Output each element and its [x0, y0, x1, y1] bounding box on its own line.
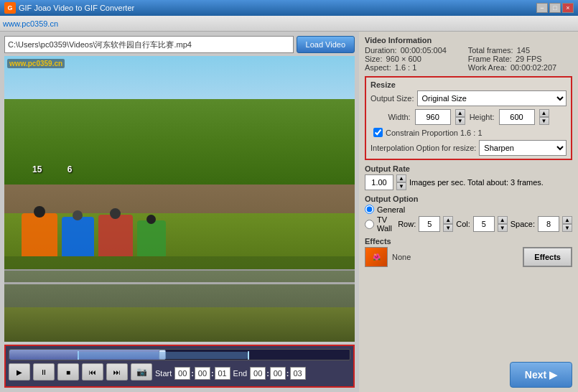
total-frames-label: Total frames:	[468, 46, 513, 55]
rate-down-btn[interactable]: ▼	[396, 182, 406, 190]
col-label: Col:	[456, 220, 470, 228]
start-label: Start	[155, 369, 172, 378]
rate-spinners: ▲ ▼	[396, 174, 406, 190]
maximize-button[interactable]: □	[549, 3, 561, 13]
width-spinners: ▲ ▼	[455, 109, 465, 125]
end-time-field: : :	[250, 367, 305, 380]
general-radio-row: General	[365, 205, 572, 214]
video-info-title: Video Information	[365, 36, 572, 45]
output-rate-title: Output Rate	[365, 164, 572, 173]
tvwall-label: TV Wall	[377, 215, 395, 233]
output-size-row: Output Size: Original Size	[370, 90, 567, 106]
col-down-btn[interactable]: ▼	[498, 224, 508, 232]
time-row: Start : : End : :	[155, 367, 306, 380]
size-label: Size:	[365, 55, 382, 63]
effects-button[interactable]: Effects	[523, 247, 572, 267]
row-label: Row:	[398, 220, 416, 228]
rate-up-btn[interactable]: ▲	[396, 174, 406, 182]
space-up-btn[interactable]: ▲	[562, 216, 572, 224]
end-min[interactable]	[270, 367, 286, 380]
end-label: End	[233, 369, 248, 378]
start-sec[interactable]	[215, 367, 230, 380]
play-button[interactable]: ▶	[9, 363, 30, 381]
height-up-btn[interactable]: ▲	[539, 109, 549, 117]
rate-row: ▲ ▼ Images per sec. Total about: 3 frame…	[365, 174, 572, 190]
file-path-input[interactable]	[4, 36, 294, 53]
aspect-row: Aspect: 1.6 : 1	[365, 63, 462, 72]
left-panel: Load Video	[0, 32, 359, 392]
size-value: 960 × 600	[386, 55, 421, 63]
next-btn-area: Next ▶	[365, 362, 572, 388]
interpolation-label: Interpolation Option for resize:	[370, 144, 476, 152]
general-radio[interactable]	[365, 205, 374, 214]
interpolation-select[interactable]: Sharpen	[479, 140, 567, 156]
effects-thumbnail: 🌺	[365, 247, 388, 267]
height-down-btn[interactable]: ▼	[539, 117, 549, 125]
constrain-label: Constrain Proportion 1.6 : 1	[386, 129, 483, 137]
start-min[interactable]	[195, 367, 210, 380]
next-button[interactable]: ⏭	[106, 363, 128, 381]
tvwall-row: TV Wall Row: ▲ ▼ Col: ▲ ▼ Space: ▲ ▼	[365, 215, 572, 233]
window-controls: − □ ×	[536, 3, 574, 13]
start-hour[interactable]	[174, 367, 190, 380]
width-label: Width:	[388, 113, 410, 121]
aspect-value: 1.6 : 1	[395, 63, 417, 72]
controls-area: ▶ ⏸ ■ ⏮ ⏭ 📷 Start : :	[4, 345, 355, 388]
width-input[interactable]	[415, 109, 451, 125]
height-input[interactable]	[499, 109, 535, 125]
effects-none-label: None	[392, 253, 518, 261]
effects-section: 🌺 None Effects	[365, 247, 572, 267]
end-hour[interactable]	[250, 367, 266, 380]
duration-value: 00:00:05:004	[401, 46, 447, 55]
camera-button[interactable]: 📷	[131, 363, 152, 381]
constrain-checkbox[interactable]	[373, 128, 383, 137]
minimize-button[interactable]: −	[536, 3, 548, 13]
effects-title: Effects	[365, 237, 572, 246]
total-frames-row: Total frames: 145	[468, 46, 572, 55]
width-down-btn[interactable]: ▼	[455, 117, 465, 125]
row-input[interactable]	[419, 216, 440, 232]
load-video-button[interactable]: Load Video	[297, 36, 355, 53]
work-area-row: Work Area: 00:00:02:207	[468, 63, 572, 72]
total-frames-value: 145	[517, 46, 530, 55]
duration-row: Duration: 00:00:05:004	[365, 46, 462, 55]
width-up-btn[interactable]: ▲	[455, 109, 465, 117]
file-row: Load Video	[4, 36, 355, 53]
next-button[interactable]: Next ▶	[510, 362, 572, 388]
pause-button[interactable]: ⏸	[33, 363, 55, 381]
frame-rate-label: Frame Rate:	[468, 55, 512, 63]
rate-desc: Images per sec. Total about: 3 frames.	[409, 178, 544, 187]
output-option-title: Output Option	[365, 195, 572, 203]
start-time-field: : :	[174, 367, 230, 380]
app-icon: G	[4, 2, 16, 14]
col-up-btn[interactable]: ▲	[498, 216, 508, 224]
title-bar: G GIF Joao Video to GIF Converter − □ ×	[0, 0, 578, 16]
general-label: General	[377, 205, 405, 214]
col-input[interactable]	[473, 216, 495, 232]
stop-button[interactable]: ■	[57, 363, 79, 381]
height-label: Height:	[470, 113, 495, 121]
prev-button[interactable]: ⏮	[82, 363, 103, 381]
end-sec[interactable]	[290, 367, 306, 380]
frame-rate-row: Frame Rate: 29 FPS	[468, 55, 572, 63]
row-up-btn[interactable]: ▲	[443, 216, 453, 224]
row-down-btn[interactable]: ▼	[443, 224, 453, 232]
space-input[interactable]	[538, 216, 559, 232]
output-size-select[interactable]: Original Size	[417, 90, 567, 106]
right-panel: Video Information Duration: 00:00:05:004…	[359, 32, 578, 392]
playback-buttons: ▶ ⏸ ■ ⏮ ⏭ 📷	[9, 363, 152, 381]
output-option-section: Output Option General TV Wall Row: ▲ ▼ C…	[365, 195, 572, 233]
brand-text: www.pc0359.cn	[3, 19, 58, 28]
dimensions-row: Width: ▲ ▼ Height: ▲ ▼	[370, 109, 567, 125]
interpolation-row: Interpolation Option for resize: Sharpen	[370, 140, 567, 156]
duration-label: Duration:	[365, 46, 397, 55]
space-down-btn[interactable]: ▼	[562, 224, 572, 232]
window-title: GIF Joao Video to GIF Converter	[19, 4, 536, 12]
rate-input[interactable]	[365, 174, 393, 190]
tvwall-radio[interactable]	[365, 220, 374, 229]
aspect-label: Aspect:	[365, 63, 391, 72]
close-button[interactable]: ×	[562, 3, 574, 13]
progress-bar[interactable]	[9, 349, 350, 360]
toolbar: www.pc0359.cn	[0, 16, 578, 32]
video-area: www.pc0359.cn 15 6	[4, 56, 355, 342]
